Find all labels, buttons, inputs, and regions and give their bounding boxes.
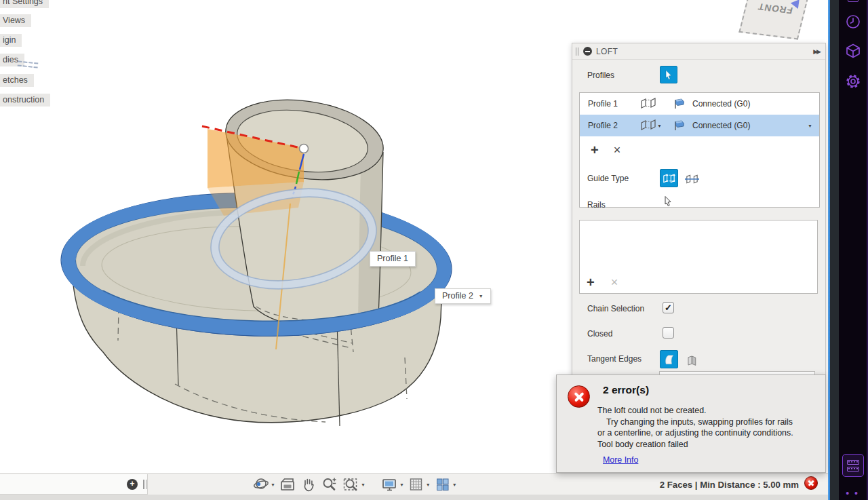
profiles-label: Profiles <box>587 71 614 80</box>
orbit-button[interactable]: ▼ <box>252 476 275 493</box>
tree-item-origin[interactable]: igin <box>0 34 22 47</box>
terminal-icon[interactable] <box>842 454 864 477</box>
cube-icon[interactable] <box>845 43 861 59</box>
error-popup: 2 error(s) The loft could not be created… <box>556 374 826 473</box>
chevron-down-icon[interactable]: ▼ <box>452 482 457 487</box>
timeline-add-icon[interactable]: + <box>127 479 138 490</box>
timeline-grip-icon[interactable] <box>143 480 146 489</box>
side-panel: • • • <box>839 0 868 500</box>
profile2-continuity[interactable]: Connected (G0) <box>692 121 750 130</box>
chevron-down-icon[interactable]: ▼ <box>361 482 366 487</box>
profile1-tag-label: Profile 1 <box>377 254 408 263</box>
continuity-flag-icon <box>673 98 688 109</box>
curved-sheet-icon <box>663 353 675 366</box>
error-title: 2 error(s) <box>603 384 649 396</box>
profile2-row[interactable]: Profile 2 ▼ Connected (G0) ▼ <box>580 115 819 136</box>
grid-settings-button[interactable]: ▼ <box>408 476 431 493</box>
drag-grip-icon[interactable] <box>576 47 578 56</box>
rails-select-cursor-icon[interactable] <box>663 195 673 208</box>
viewport[interactable]: nt Settings Views igin dies etches onstr… <box>0 0 829 500</box>
display-settings-icon <box>380 476 399 493</box>
tree-item-named-views[interactable]: Views <box>0 14 31 27</box>
guide-type-centerline-button[interactable] <box>684 170 701 187</box>
tree-item-sketches[interactable]: etches <box>0 74 34 87</box>
navigation-toolbar: ▼ <box>252 475 457 494</box>
profile2-row-label: Profile 2 <box>580 121 639 130</box>
error-badge-icon[interactable] <box>804 476 818 490</box>
look-at-button[interactable] <box>279 476 296 493</box>
closed-checkbox[interactable] <box>663 327 674 339</box>
folded-sheet-icon <box>686 354 699 367</box>
gear-icon[interactable] <box>844 73 862 90</box>
zoom-window-icon <box>342 476 360 493</box>
edge-strip <box>830 0 839 500</box>
timeline[interactable]: + <box>0 474 148 495</box>
viewports-button[interactable]: ▼ <box>434 476 457 493</box>
profile1-row-label: Profile 1 <box>580 99 639 109</box>
chevron-down-icon[interactable]: ▼ <box>657 123 673 128</box>
grid-icon <box>408 476 425 493</box>
chevron-down-icon[interactable]: ▼ <box>271 482 275 487</box>
profile2-tag-label: Profile 2 <box>442 291 473 301</box>
add-rail-button[interactable]: + <box>587 275 595 289</box>
remove-profile-button[interactable]: × <box>614 144 621 156</box>
continuity-flag-icon <box>673 120 688 131</box>
add-profile-button[interactable]: + <box>591 143 599 157</box>
bottom-edge-strip <box>0 495 829 500</box>
chevron-down-icon[interactable]: ▼ <box>399 482 404 487</box>
profile1-tag[interactable]: Profile 1 <box>370 251 416 267</box>
profile2-tag[interactable]: Profile 2 ▼ <box>435 288 491 304</box>
application-window: nt Settings Views igin dies etches onstr… <box>0 0 868 500</box>
tree-item-document-settings[interactable]: nt Settings <box>0 0 49 8</box>
chevron-down-icon[interactable]: ▼ <box>479 294 484 299</box>
remove-rail-button[interactable]: × <box>611 276 618 288</box>
cropped-panel-icon[interactable] <box>848 0 859 2</box>
pan-button[interactable] <box>300 476 317 493</box>
tangent-edges-merged-button[interactable] <box>660 350 678 368</box>
zoom-window-button[interactable]: ▼ <box>342 476 366 493</box>
chain-selection-checkbox[interactable]: ✓ <box>663 302 674 313</box>
viewports-icon <box>434 476 452 493</box>
rails-label: Rails <box>587 200 606 210</box>
selection-status: 2 Faces | Min Distance : 5.00 mm <box>660 480 799 490</box>
more-options-icon[interactable]: • • • <box>846 488 860 500</box>
chevron-down-icon[interactable]: ▼ <box>426 482 431 487</box>
loft-section-icon <box>639 119 657 132</box>
guide-type-label: Guide Type <box>587 174 629 183</box>
look-at-icon <box>279 476 296 493</box>
profiles-table: Profile 1 ▼ Connected (G0) ▼ <box>579 92 820 208</box>
profile1-row[interactable]: Profile 1 ▼ Connected (G0) ▼ <box>580 93 819 115</box>
origin-point[interactable] <box>300 145 309 153</box>
closed-label: Closed <box>587 329 612 339</box>
loft-section-icon <box>639 98 657 110</box>
error-icon <box>568 385 590 408</box>
loft-dialog-header[interactable]: LOFT ▶▶ <box>572 43 825 60</box>
display-settings-button[interactable]: ▼ <box>380 476 404 493</box>
more-info-link[interactable]: More Info <box>603 455 638 465</box>
collapse-icon[interactable] <box>583 47 592 56</box>
error-message: The loft could not be created. Try chang… <box>597 405 825 450</box>
guide-type-rails-button[interactable] <box>660 169 678 187</box>
chain-selection-label: Chain Selection <box>587 304 644 313</box>
chevron-down-icon[interactable]: ▼ <box>808 123 812 128</box>
orbit-icon <box>252 476 270 493</box>
bottom-bar: + ▼ <box>0 473 829 500</box>
tangent-edges-unmerged-button[interactable] <box>684 352 701 368</box>
zoom-button[interactable] <box>321 476 338 493</box>
zoom-icon <box>321 476 338 493</box>
profile1-continuity[interactable]: Connected (G0) <box>692 99 750 109</box>
clock-icon[interactable] <box>845 14 861 30</box>
pan-hand-icon <box>300 476 317 493</box>
tangent-edges-label: Tangent Edges <box>587 354 642 364</box>
loft-dialog: LOFT ▶▶ Profiles Profile 1 ▼ <box>572 43 826 377</box>
check-icon: ✓ <box>665 303 672 313</box>
rails-list[interactable]: + × <box>579 220 818 294</box>
tree-item-construction[interactable]: onstruction <box>0 94 50 107</box>
profiles-select-button[interactable] <box>660 66 677 83</box>
rails-guide-icon <box>661 172 677 184</box>
cursor-icon <box>663 69 674 80</box>
detach-chevrons-icon[interactable]: ▶▶ <box>813 48 820 55</box>
centerline-guide-icon <box>684 173 700 185</box>
dialog-title: LOFT <box>596 47 618 56</box>
